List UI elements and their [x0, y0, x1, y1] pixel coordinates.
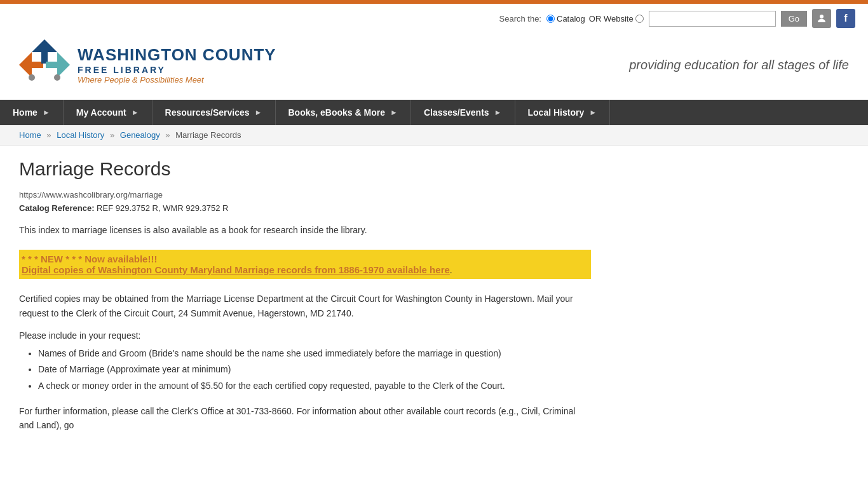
- search-row: Search the: Catalog OR Website Go f: [0, 4, 868, 33]
- user-account-icon[interactable]: [812, 9, 831, 28]
- chevron-icon: ►: [589, 108, 597, 117]
- website-radio[interactable]: [635, 15, 644, 23]
- chevron-icon: ►: [132, 108, 139, 117]
- nav-item-home[interactable]: Home ►: [0, 100, 64, 125]
- catalog-ref-label: Catalog Reference:: [19, 203, 94, 213]
- facebook-icon[interactable]: f: [836, 9, 855, 28]
- main-content: Marriage Records https://www.washcolibra…: [0, 146, 610, 452]
- logo-title: WASHINGTON COUNTY: [78, 45, 276, 65]
- catalog-radio[interactable]: [546, 15, 555, 23]
- chevron-icon: ►: [255, 108, 262, 117]
- catalog-radio-label[interactable]: Catalog: [546, 14, 585, 24]
- request-intro: Please include in your request:: [19, 330, 591, 341]
- request-list: Names of Bride and Groom (Bride's name s…: [38, 346, 591, 394]
- header-area: WASHINGTON COUNTY FREE LIBRARY Where Peo…: [0, 33, 868, 100]
- nav-item-classes[interactable]: Classes/Events ►: [411, 100, 515, 125]
- header-slogan: providing education for all stages of li…: [629, 58, 849, 72]
- intro-text: This index to marriage licenses is also …: [19, 223, 591, 237]
- nav-item-resources[interactable]: Resources/Services ►: [153, 100, 276, 125]
- chevron-icon: ►: [494, 108, 502, 117]
- new-label: * * * NEW * * * Now available!!!: [22, 254, 157, 264]
- further-info: For further information, please call the…: [19, 404, 591, 433]
- logo-subtitle: FREE LIBRARY: [78, 65, 276, 75]
- chevron-icon: ►: [43, 108, 50, 117]
- breadcrumb-current: Marriage Records: [175, 130, 241, 140]
- user-svg: [816, 13, 827, 24]
- logo-tagline: Where People & Possibilities Meet: [78, 75, 276, 85]
- svg-point-4: [29, 74, 35, 81]
- list-item: A check or money order in the amount of …: [38, 378, 591, 394]
- svg-point-5: [54, 74, 60, 81]
- logo-icon: [19, 39, 70, 90]
- nav-item-myaccount[interactable]: My Account ►: [64, 100, 153, 125]
- nav-item-books[interactable]: Books, eBooks & More ►: [276, 100, 411, 125]
- website-radio-label[interactable]: OR Website: [589, 14, 644, 24]
- breadcrumb: Home » Local History » Genealogy » Marri…: [0, 125, 868, 146]
- list-item: Names of Bride and Groom (Bride's name s…: [38, 346, 591, 362]
- svg-marker-3: [46, 52, 70, 78]
- page-title: Marriage Records: [19, 158, 591, 180]
- list-item: Date of Marriage (Approximate year at mi…: [38, 362, 591, 377]
- search-options: Catalog OR Website: [546, 14, 644, 24]
- nav-bar: Home ► My Account ► Resources/Services ►…: [0, 100, 868, 125]
- svg-marker-1: [19, 52, 43, 78]
- catalog-ref: Catalog Reference: REF 929.3752 R, WMR 9…: [19, 203, 591, 213]
- breadcrumb-genealogy[interactable]: Genealogy: [120, 130, 160, 140]
- logo-section: WASHINGTON COUNTY FREE LIBRARY Where Peo…: [19, 39, 276, 90]
- new-highlight-block: * * * NEW * * * Now available!!! Digital…: [19, 250, 591, 279]
- new-link[interactable]: Digital copies of Washington County Mary…: [22, 264, 450, 275]
- certified-text: Certified copies may be obtained from th…: [19, 292, 591, 320]
- breadcrumb-home[interactable]: Home: [19, 130, 41, 140]
- search-input[interactable]: [649, 11, 776, 27]
- logo-text: WASHINGTON COUNTY FREE LIBRARY Where Peo…: [78, 45, 276, 85]
- catalog-ref-value: REF 929.3752 R, WMR 929.3752 R: [97, 203, 228, 213]
- svg-marker-2: [32, 39, 57, 64]
- nav-item-localhistory[interactable]: Local History ►: [515, 100, 611, 125]
- url-line: https://www.washcolibrary.org/marriage: [19, 190, 591, 200]
- go-button[interactable]: Go: [781, 11, 807, 27]
- svg-point-0: [820, 15, 824, 18]
- chevron-icon: ►: [390, 108, 398, 117]
- breadcrumb-localhistory[interactable]: Local History: [57, 130, 104, 140]
- search-label: Search the:: [499, 14, 542, 24]
